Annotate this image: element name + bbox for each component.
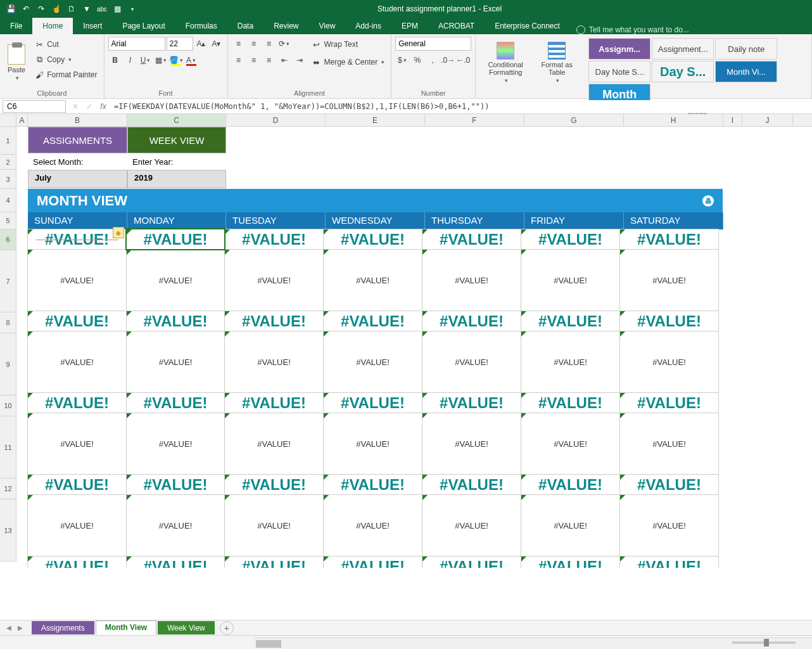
- paste-button[interactable]: Paste ▾: [4, 37, 29, 88]
- calendar-day-cell[interactable]: #VALUE!: [521, 311, 620, 331]
- merge-center-button[interactable]: ⬌Merge & Center▾: [309, 55, 388, 70]
- tab-file[interactable]: File: [0, 18, 32, 34]
- qat-customize-icon[interactable]: ▾: [125, 2, 139, 16]
- align-middle-icon[interactable]: ≡: [247, 37, 261, 51]
- calendar-note-cell[interactable]: #VALUE!: [521, 249, 620, 311]
- sheet-tab-week-view[interactable]: Week View: [158, 621, 215, 634]
- row-4[interactable]: 4: [0, 189, 16, 212]
- calendar-note-cell[interactable]: #VALUE!: [422, 331, 521, 393]
- italic-button[interactable]: I: [124, 53, 137, 67]
- calendar-day-cell[interactable]: #VALUE!: [521, 229, 620, 250]
- calendar-day-cell[interactable]: #VALUE!: [521, 392, 620, 413]
- row-8[interactable]: 8: [0, 312, 16, 333]
- col-I[interactable]: I: [723, 114, 742, 126]
- tab-epm[interactable]: EPM: [391, 18, 428, 34]
- calendar-day-cell[interactable]: #VALUE!: [619, 229, 719, 250]
- calendar-note-cell[interactable]: #VALUE!: [224, 494, 324, 556]
- calendar-day-cell[interactable]: #VALUE!: [224, 229, 324, 250]
- calendar-day-cell[interactable]: #VALUE!: [224, 311, 324, 331]
- save-icon[interactable]: 💾: [4, 2, 18, 16]
- calendar-day-cell[interactable]: #VALUE!: [126, 229, 225, 250]
- calendar-note-cell[interactable]: #VALUE!: [27, 331, 127, 393]
- tab-addins[interactable]: Add-ins: [345, 18, 391, 34]
- calendar-day-cell[interactable]: #VALUE!: [422, 556, 521, 568]
- comma-icon[interactable]: ,: [426, 53, 440, 67]
- calendar-day-cell[interactable]: #VALUE!: [619, 556, 719, 568]
- month-value-cell[interactable]: July: [28, 170, 127, 188]
- style-day[interactable]: Day S...: [652, 61, 714, 82]
- row-3[interactable]: 3: [0, 170, 16, 189]
- conditional-formatting-button[interactable]: Conditional Formatting▾: [479, 37, 531, 88]
- calendar-note-cell[interactable]: #VALUE!: [422, 494, 521, 556]
- calendar-note-cell[interactable]: #VALUE!: [224, 331, 324, 393]
- format-painter-button[interactable]: 🖌Format Painter: [32, 67, 99, 82]
- copy-button[interactable]: ⧉Copy▾: [32, 52, 99, 67]
- format-as-table-button[interactable]: Format as Table▾: [534, 37, 580, 88]
- calendar-day-cell[interactable]: #VALUE!: [422, 229, 521, 250]
- cancel-formula-icon[interactable]: ✕: [68, 100, 82, 113]
- styles-gallery[interactable]: Assignm... Assignment... Daily note Day …: [587, 37, 790, 106]
- year-value-cell[interactable]: 2019: [127, 170, 226, 188]
- print-icon[interactable]: 🖶: [702, 195, 714, 207]
- align-left-icon[interactable]: ≡: [232, 53, 246, 67]
- calendar-note-cell[interactable]: #VALUE!: [126, 494, 225, 556]
- tab-view[interactable]: View: [309, 18, 346, 34]
- select-all-corner[interactable]: [0, 114, 16, 126]
- fill-color-button[interactable]: 🪣▾: [169, 53, 183, 67]
- calendar-note-cell[interactable]: #VALUE!: [224, 249, 324, 311]
- calendar-day-cell[interactable]: #VALUE!: [126, 311, 225, 331]
- font-color-button[interactable]: A▾: [184, 53, 198, 67]
- chart-icon[interactable]: ▦: [110, 2, 124, 16]
- tab-enterprise-connect[interactable]: Enterprise Connect: [485, 18, 570, 34]
- tab-formulas[interactable]: Formulas: [175, 18, 227, 34]
- increase-decimal-icon[interactable]: .0→: [441, 53, 455, 67]
- col-F[interactable]: F: [425, 114, 524, 126]
- zoom-slider[interactable]: [732, 641, 796, 644]
- col-H[interactable]: H: [624, 114, 723, 126]
- calendar-day-cell[interactable]: #VALUE!: [27, 474, 127, 495]
- calendar-day-cell[interactable]: #VALUE!: [126, 392, 225, 413]
- row-1[interactable]: 1: [0, 127, 16, 155]
- style-assignments[interactable]: Assignm...: [588, 38, 650, 60]
- filter-icon[interactable]: ▼: [80, 2, 94, 16]
- tell-me[interactable]: Tell me what you want to do...: [570, 25, 695, 34]
- increase-font-icon[interactable]: A▴: [194, 37, 208, 51]
- calendar-day-cell[interactable]: #VALUE!: [126, 474, 225, 495]
- undo-icon[interactable]: ↶: [19, 2, 33, 16]
- calendar-day-cell[interactable]: #VALUE!: [27, 229, 127, 250]
- calendar-note-cell[interactable]: #VALUE!: [521, 413, 620, 475]
- calendar-note-cell[interactable]: #VALUE!: [521, 494, 620, 556]
- percent-icon[interactable]: %: [410, 53, 424, 67]
- calendar-note-cell[interactable]: #VALUE!: [323, 494, 422, 556]
- wrap-text-button[interactable]: ↩Wrap Text: [309, 37, 388, 52]
- calendar-day-cell[interactable]: #VALUE!: [521, 556, 620, 568]
- align-center-icon[interactable]: ≡: [247, 53, 261, 67]
- calendar-note-cell[interactable]: #VALUE!: [27, 413, 127, 475]
- calendar-day-cell[interactable]: #VALUE!: [27, 392, 127, 413]
- calendar-day-cell[interactable]: #VALUE!: [323, 474, 422, 495]
- redo-icon[interactable]: ↷: [34, 2, 48, 16]
- calendar-day-cell[interactable]: #VALUE!: [323, 556, 422, 568]
- calendar-day-cell[interactable]: #VALUE!: [422, 474, 521, 495]
- align-bottom-icon[interactable]: ≡: [262, 37, 276, 51]
- border-button[interactable]: ▦▾: [154, 53, 168, 67]
- style-month-view[interactable]: Month Vi...: [715, 61, 777, 82]
- currency-icon[interactable]: $▾: [395, 53, 409, 67]
- col-J[interactable]: J: [742, 114, 793, 126]
- calendar-day-cell[interactable]: #VALUE!: [224, 474, 324, 495]
- tab-page-layout[interactable]: Page Layout: [112, 18, 175, 34]
- calendar-day-cell[interactable]: #VALUE!: [619, 474, 719, 495]
- col-D[interactable]: D: [226, 114, 326, 126]
- fx-icon[interactable]: fx: [96, 100, 110, 113]
- calendar-note-cell[interactable]: #VALUE!: [323, 331, 422, 393]
- col-C[interactable]: C: [127, 114, 226, 126]
- enter-formula-icon[interactable]: ✓: [82, 100, 96, 113]
- col-E[interactable]: E: [326, 114, 425, 126]
- sheet-nav-prev-icon[interactable]: ◀: [4, 623, 14, 633]
- calendar-day-cell[interactable]: #VALUE!: [422, 392, 521, 413]
- calendar-day-cell[interactable]: #VALUE!: [323, 311, 422, 331]
- sheet-tab-month-view[interactable]: Month View: [96, 620, 156, 635]
- new-icon[interactable]: 🗋: [65, 2, 79, 16]
- orientation-icon[interactable]: ⟳▾: [277, 37, 291, 51]
- calendar-day-cell[interactable]: #VALUE!: [224, 392, 324, 413]
